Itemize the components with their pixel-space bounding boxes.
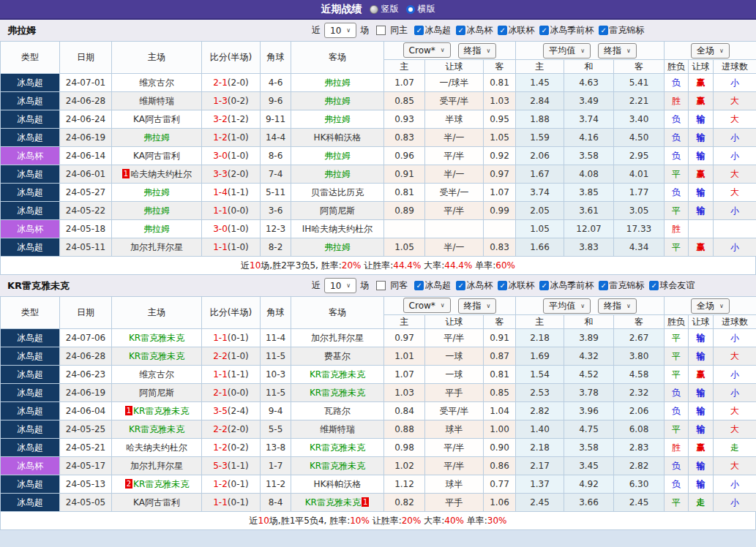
league-checkbox[interactable]: ✓	[414, 281, 424, 290]
match-scope-select[interactable]: 全场∨	[691, 43, 730, 59]
same-venue-checkbox[interactable]	[376, 281, 386, 290]
result-outcome: 胜	[665, 439, 689, 457]
league-type-badge: 冰岛超	[1, 347, 60, 366]
match-scope-select[interactable]: 全场∨	[691, 298, 730, 314]
league-checkbox[interactable]: ✓	[498, 26, 507, 35]
away-team: KR雷克雅未克	[291, 457, 384, 475]
odds-home: 1.12	[384, 475, 425, 494]
match-date: 24-07-01	[60, 74, 112, 92]
full-time-score: 3-2	[213, 114, 228, 124]
league-checkbox[interactable]: ✓	[456, 281, 465, 290]
same-venue-checkbox[interactable]	[376, 26, 386, 35]
subcol-odds-home: 主	[384, 315, 425, 329]
match-date: 24-05-21	[60, 439, 112, 457]
home-team-name: 弗拉姆	[143, 205, 170, 216]
result-handicap: 赢	[689, 165, 714, 184]
avg-away-odds: 4.01	[614, 165, 665, 184]
corners: 9-6	[261, 92, 291, 110]
same-venue-label: 同主	[390, 24, 408, 37]
radio-horizontal-icon[interactable]	[406, 5, 415, 14]
match-row: 冰岛杯24-06-14KA阿古雷利3-0(1-0)8-6弗拉姆0.96平/半0.…	[1, 147, 756, 165]
average-odds-select[interactable]: 平均值∨	[543, 43, 591, 59]
recent-count-select[interactable]: 10 ∨	[324, 278, 356, 293]
final-odds-select[interactable]: 终指∨	[458, 298, 497, 314]
team-filter-row: 弗拉姆 近 10 ∨ 场 同主 ✓冰岛超✓冰岛杯✓冰联杯✓冰岛季前杯✓雷克锦标	[0, 20, 756, 41]
odds-away	[484, 220, 516, 238]
match-row: 冰岛超24-05-27弗拉姆1-4(1-1)5-11贝雷达比历克0.81受半/一…	[1, 184, 756, 202]
score: 1-2(0-2)	[202, 439, 261, 457]
league-checkbox[interactable]: ✓	[599, 26, 608, 35]
league-checkbox[interactable]: ✓	[599, 281, 608, 290]
odds-provider-select[interactable]: Crow*∨	[403, 298, 451, 313]
away-team: KR雷克雅未克	[291, 384, 384, 402]
page-title: 近期战绩	[321, 3, 362, 16]
odds-dropdown-cell: Crow*∨ 终指∨	[384, 42, 516, 60]
result-outcome: 负	[665, 147, 689, 165]
match-date: 24-06-23	[60, 366, 112, 384]
scope-dropdown-cell: 全场∨	[665, 42, 756, 60]
league-checkbox[interactable]: ✓	[539, 281, 549, 290]
average-odds-select[interactable]: 平均值∨	[543, 298, 591, 314]
full-time-score: 2-1	[213, 78, 228, 88]
result-goals: 小	[714, 494, 756, 512]
avg-home-odds: 1.59	[516, 129, 564, 147]
league-label: 冰联杯	[508, 24, 534, 37]
match-row: 冰岛杯24-05-17加尔扎拜尔星5-3(1-1)1-7KR雷克雅未克1.02平…	[1, 457, 756, 475]
recent-count-select[interactable]: 10 ∨	[324, 23, 356, 38]
odds-home: 1.02	[384, 457, 425, 475]
odds-away: 1.05	[484, 129, 516, 147]
league-checkbox[interactable]: ✓	[498, 281, 507, 290]
score: 2-2(2-0)	[202, 420, 261, 439]
full-time-score: 2-2	[213, 424, 228, 434]
avg-draw-odds: 3.58	[564, 147, 614, 165]
avg-away-odds: 4.34	[614, 238, 665, 257]
half-time-score: (0-1)	[228, 333, 249, 343]
odds-handicap: 一球	[425, 347, 484, 366]
final-odds-select-2[interactable]: 终指∨	[598, 43, 637, 59]
result-handicap: 赢	[689, 439, 714, 457]
league-type-badge: 冰岛超	[1, 366, 60, 384]
summary-part: 44.4%	[444, 260, 472, 271]
odds-provider-select[interactable]: Crow*∨	[403, 42, 451, 58]
home-team: 哈夫纳夫约杜尔	[112, 439, 202, 457]
odds-home: 0.98	[384, 439, 425, 457]
half-time-score: (1-0)	[228, 242, 249, 252]
subcol-avg-draw: 和	[564, 315, 614, 329]
away-team: 瓦路尔	[291, 402, 384, 420]
league-type-badge: 冰岛杯	[1, 457, 60, 475]
filter-controls: 近 10 ∨ 场 同客 ✓冰岛超✓冰岛杯✓冰联杯✓冰岛季前杯✓雷克锦标✓球会友谊	[310, 275, 695, 296]
avg-draw-odds: 4.32	[564, 347, 614, 366]
league-checkbox[interactable]: ✓	[414, 26, 424, 35]
league-checkbox-group: ✓冰岛超✓冰岛杯✓冰联杯✓冰岛季前杯✓雷克锦标	[409, 24, 644, 37]
result-outcome: 负	[665, 129, 689, 147]
match-date: 24-05-17	[60, 457, 112, 475]
home-team-name: KR雷克雅未克	[129, 424, 184, 434]
full-time-score: 1-1	[213, 242, 228, 252]
league-checkbox[interactable]: ✓	[649, 281, 659, 290]
layout-option-horizontal[interactable]: 横版	[406, 3, 435, 15]
away-team-name: HK科帕沃格	[314, 479, 362, 489]
final-odds-select-2[interactable]: 终指∨	[598, 298, 637, 314]
summary-part: 44.4%	[393, 260, 421, 271]
radio-vertical-icon[interactable]	[370, 5, 378, 14]
avg-away-odds: 4.50	[614, 129, 665, 147]
away-team-name: 费基尔	[324, 351, 351, 361]
avg-draw-odds: 4.08	[564, 165, 614, 184]
away-team: HK科帕沃格	[291, 475, 384, 494]
away-team: 阿简尼斯	[291, 202, 384, 220]
home-team-name: KA阿古雷利	[133, 114, 180, 124]
league-checkbox[interactable]: ✓	[456, 26, 465, 35]
away-team: 弗拉姆	[291, 147, 384, 165]
games-suffix-label: 场	[360, 24, 369, 37]
chevron-down-icon: ∨	[487, 48, 491, 54]
team-filter-row: KR雷克雅未克 近 10 ∨ 场 同客 ✓冰岛超✓冰岛杯✓冰联杯✓冰岛季前杯✓雷…	[0, 275, 756, 296]
away-team-name: 贝雷达比历克	[311, 187, 364, 197]
avg-home-odds: 1.69	[516, 347, 564, 366]
layout-option-vertical[interactable]: 竖版	[370, 3, 399, 15]
final-odds-select[interactable]: 终指∨	[458, 43, 497, 59]
odds-handicap: 一球	[425, 366, 484, 384]
avg-home-odds: 2.05	[516, 202, 564, 220]
half-time-score: (0-1)	[228, 497, 249, 508]
league-checkbox[interactable]: ✓	[539, 26, 549, 35]
result-handicap: 赢	[689, 238, 714, 257]
